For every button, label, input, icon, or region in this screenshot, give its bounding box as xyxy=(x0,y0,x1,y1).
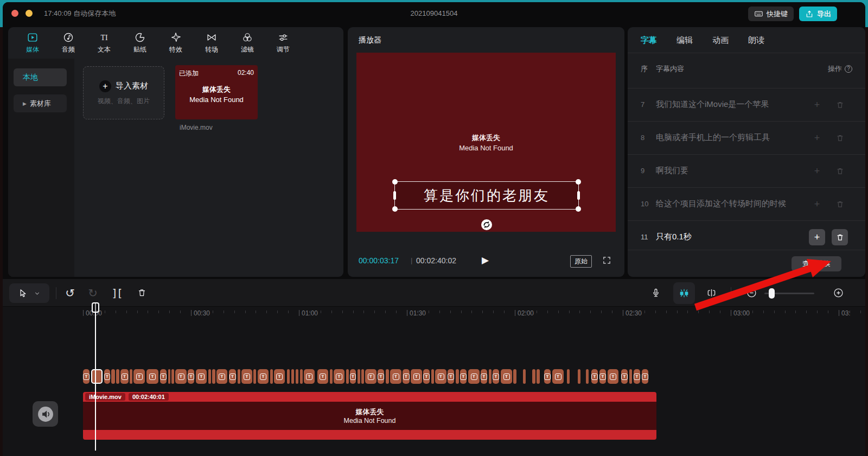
add-subtitle-button[interactable]: + xyxy=(809,130,825,146)
select-tool-button[interactable] xyxy=(9,283,49,303)
tab-effects[interactable]: 特效 xyxy=(158,31,194,58)
subtitle-clip[interactable] xyxy=(386,369,389,384)
subtitle-clip[interactable] xyxy=(296,369,298,384)
subtitle-clip[interactable] xyxy=(532,369,535,384)
snap-toggle-icon[interactable] xyxy=(673,282,695,304)
subtitle-clip[interactable]: T xyxy=(599,369,606,384)
subtitle-clip[interactable] xyxy=(111,369,115,384)
subtitle-clip[interactable]: T xyxy=(83,369,90,384)
track-mute-button[interactable] xyxy=(33,401,58,427)
subtitle-clip[interactable]: T xyxy=(423,369,430,384)
tab-动画[interactable]: 动画 xyxy=(712,35,729,53)
subtitle-clip[interactable]: T xyxy=(188,369,194,384)
subtitle-clip[interactable]: T xyxy=(274,369,285,384)
subtitle-clip[interactable]: T xyxy=(216,369,227,384)
subtitle-clip[interactable] xyxy=(489,369,492,384)
subtitle-clip[interactable]: T xyxy=(146,369,158,384)
resize-handle[interactable] xyxy=(393,191,396,200)
subtitle-clip[interactable]: T xyxy=(493,369,499,384)
subtitle-clip[interactable]: T xyxy=(133,369,145,384)
record-voiceover-icon[interactable] xyxy=(646,279,666,307)
subtitle-row[interactable]: 8电脑或者手机上的一个剪辑工具+ xyxy=(628,121,865,154)
subtitle-clip[interactable]: T xyxy=(411,369,422,384)
media-item-thumbnail[interactable]: 已添加 02:40 媒体丢失 Media Not Found xyxy=(175,65,258,119)
undo-button[interactable]: ↺ xyxy=(60,279,80,307)
subtitle-clip[interactable]: T xyxy=(241,369,252,384)
subtitle-clip[interactable]: T xyxy=(481,369,487,384)
zoom-out-icon[interactable] xyxy=(742,279,761,307)
subtitle-clip[interactable] xyxy=(300,369,303,384)
tab-media[interactable]: 媒体 xyxy=(15,31,50,58)
sidebar-item-local[interactable]: 本地 xyxy=(14,68,67,86)
video-track-clip[interactable]: iMovie.mov 00:02:40:01 媒体丢失 Media Not Fo… xyxy=(83,392,656,440)
subtitle-clip[interactable] xyxy=(537,369,540,384)
delete-button[interactable] xyxy=(132,279,151,307)
subtitle-clip[interactable] xyxy=(171,369,174,384)
subtitle-clip[interactable]: T xyxy=(468,369,480,384)
subtitle-clip[interactable]: T xyxy=(175,369,187,384)
delete-subtitle-button[interactable] xyxy=(832,130,848,146)
subtitle-clip[interactable]: T xyxy=(390,369,401,384)
subtitle-clip-selected[interactable] xyxy=(91,369,103,384)
subtitle-clip[interactable] xyxy=(130,369,132,384)
subtitle-clip[interactable]: T xyxy=(229,369,236,384)
subtitle-clip[interactable]: T xyxy=(365,369,376,384)
add-subtitle-button[interactable]: + xyxy=(809,196,825,212)
subtitle-clip[interactable] xyxy=(168,369,170,384)
play-button[interactable]: ▶ xyxy=(482,255,489,266)
add-subtitle-button[interactable]: + xyxy=(809,229,825,245)
original-size-button[interactable]: 原始 xyxy=(570,255,592,268)
subtitle-clip[interactable] xyxy=(629,369,632,384)
subtitle-clip[interactable] xyxy=(291,369,294,384)
tab-sticker[interactable]: 贴纸 xyxy=(122,31,158,58)
subtitle-clip[interactable] xyxy=(212,369,215,384)
resize-handle[interactable] xyxy=(576,179,581,185)
tab-transition[interactable]: 转场 xyxy=(194,31,229,58)
resize-handle[interactable] xyxy=(576,206,581,212)
subtitle-clip[interactable]: T xyxy=(378,369,384,384)
delete-subtitle-button[interactable] xyxy=(832,196,848,212)
subtitle-clip[interactable]: T xyxy=(403,369,410,384)
add-subtitle-button[interactable]: + xyxy=(809,163,825,179)
video-viewport[interactable]: 媒体丢失 Media Not Found 算是你们的老朋友 xyxy=(356,53,616,232)
subtitle-clip[interactable] xyxy=(586,369,589,384)
find-replace-button[interactable]: 查找替换 xyxy=(792,256,841,271)
subtitle-clip[interactable]: T xyxy=(448,369,454,384)
fullscreen-icon[interactable] xyxy=(602,256,611,265)
subtitle-clip[interactable]: T xyxy=(544,369,551,384)
tab-filter[interactable]: 滤镜 xyxy=(229,31,265,58)
subtitle-clip[interactable] xyxy=(513,369,516,384)
subtitle-clip[interactable]: T xyxy=(642,369,648,384)
import-material-dropzone[interactable]: + 导入素材 视频、音频、图片 xyxy=(83,66,164,119)
export-button[interactable]: 导出 xyxy=(799,7,837,21)
subtitle-selection-box[interactable]: 算是你们的老朋友 xyxy=(394,181,579,210)
subtitle-row[interactable]: 9啊我们要+ xyxy=(628,154,865,187)
subtitle-row[interactable]: 11只有0.1秒+ xyxy=(628,220,865,254)
timeline-ruler[interactable]: 00:0000:3001:0001:3002:0002:3003:0003: xyxy=(3,307,865,324)
subtitle-clip[interactable] xyxy=(346,369,349,384)
subtitle-clip[interactable]: T xyxy=(304,369,315,384)
tab-audio[interactable]: 音频 xyxy=(50,31,86,58)
split-clip-icon[interactable] xyxy=(701,279,721,307)
subtitle-clip[interactable] xyxy=(238,369,240,384)
tab-朗读[interactable]: 朗读 xyxy=(748,35,764,53)
resize-handle[interactable] xyxy=(392,179,398,185)
subtitle-clip[interactable]: T xyxy=(634,369,640,384)
subtitle-clip[interactable] xyxy=(578,369,580,384)
subtitle-clip[interactable]: T xyxy=(552,369,564,384)
subtitle-clip[interactable]: T xyxy=(120,369,129,384)
sidebar-item-material-library[interactable]: ▶ 素材库 xyxy=(14,94,67,112)
subtitle-clip[interactable]: T xyxy=(258,369,269,384)
subtitle-clip[interactable]: T xyxy=(608,369,618,384)
delete-subtitle-button[interactable] xyxy=(832,229,848,245)
delete-subtitle-button[interactable] xyxy=(832,97,848,113)
subtitle-clip[interactable] xyxy=(456,369,459,384)
subtitle-clip[interactable]: T xyxy=(104,369,110,384)
subtitle-clip[interactable] xyxy=(330,369,333,384)
subtitle-clip[interactable] xyxy=(358,369,360,384)
delete-subtitle-button[interactable] xyxy=(832,163,848,179)
slider-handle[interactable] xyxy=(769,288,775,299)
tab-text[interactable]: TI文本 xyxy=(86,31,122,58)
timeline-zoom-slider[interactable] xyxy=(764,293,814,294)
subtitle-clip[interactable]: T xyxy=(460,369,467,384)
